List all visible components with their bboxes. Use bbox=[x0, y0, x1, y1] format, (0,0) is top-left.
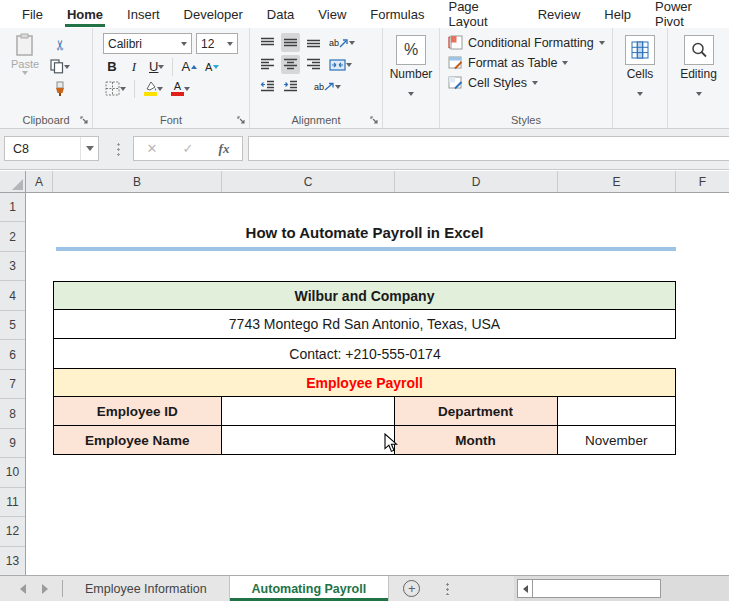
company-contact-cell[interactable]: Contact: +210-555-0174 bbox=[53, 339, 676, 368]
group-number[interactable]: % Number bbox=[383, 28, 440, 128]
align-left-button[interactable] bbox=[258, 55, 277, 74]
employee-id-label-cell[interactable]: Employee ID bbox=[54, 397, 222, 425]
copy-dropdown-icon bbox=[64, 65, 70, 69]
format-as-table-button[interactable]: Format as Table bbox=[448, 55, 612, 70]
group-styles: Conditional Formatting Format as Table bbox=[440, 28, 613, 128]
department-label-cell[interactable]: Department bbox=[395, 397, 558, 425]
align-center-button[interactable] bbox=[281, 55, 300, 74]
align-right-button[interactable] bbox=[304, 55, 323, 74]
row-header-4[interactable]: 4 bbox=[0, 281, 25, 310]
increase-font-button[interactable]: A bbox=[179, 57, 199, 76]
row-header-9[interactable]: 9 bbox=[0, 429, 25, 458]
scroll-left-button[interactable] bbox=[517, 579, 533, 598]
row-header-11[interactable]: 11 bbox=[0, 488, 25, 517]
wrap-text-button[interactable]: ab bbox=[312, 77, 343, 96]
fill-color-button[interactable] bbox=[141, 79, 165, 98]
font-name-combo[interactable]: Calibri bbox=[103, 33, 192, 54]
decrease-font-button[interactable]: A bbox=[203, 57, 221, 76]
company-name-cell[interactable]: Wilbur and Company bbox=[53, 281, 676, 310]
tab-review[interactable]: Review bbox=[526, 0, 593, 28]
row-header-7[interactable]: 7 bbox=[0, 370, 25, 399]
employee-name-value-cell[interactable] bbox=[222, 426, 395, 454]
align-top-button[interactable] bbox=[258, 33, 277, 52]
cut-button[interactable]: ✂ bbox=[48, 35, 72, 54]
format-painter-button[interactable] bbox=[48, 79, 72, 98]
paste-button[interactable]: Paste bbox=[6, 33, 44, 98]
name-box-dropdown[interactable] bbox=[80, 137, 98, 160]
merge-center-button[interactable] bbox=[327, 55, 354, 74]
department-value-cell[interactable] bbox=[558, 397, 677, 425]
underline-button[interactable]: U bbox=[147, 57, 166, 76]
employee-name-label-cell[interactable]: Employee Name bbox=[54, 426, 222, 454]
prev-sheet-icon[interactable] bbox=[20, 584, 26, 594]
row-header-8[interactable]: 8 bbox=[0, 399, 25, 428]
column-header-d[interactable]: D bbox=[395, 171, 558, 192]
select-all-button[interactable] bbox=[0, 171, 26, 192]
increase-indent-button[interactable] bbox=[281, 77, 300, 96]
column-header-f[interactable]: F bbox=[676, 171, 729, 192]
column-header-c[interactable]: C bbox=[222, 171, 395, 192]
italic-button[interactable]: I bbox=[125, 57, 143, 76]
tab-bar-grip[interactable] bbox=[446, 582, 449, 595]
tab-page-layout[interactable]: Page Layout bbox=[436, 0, 525, 28]
align-middle-button[interactable] bbox=[281, 33, 300, 52]
copy-button[interactable] bbox=[48, 57, 72, 76]
tab-home[interactable]: Home bbox=[55, 0, 115, 28]
font-dialog-launcher[interactable] bbox=[237, 116, 246, 125]
tab-help[interactable]: Help bbox=[592, 0, 643, 28]
clipboard-dialog-launcher[interactable] bbox=[80, 116, 89, 125]
employee-payroll-header-cell[interactable]: Employee Payroll bbox=[53, 368, 676, 397]
formula-bar-grip[interactable] bbox=[117, 142, 120, 156]
align-bottom-button[interactable] bbox=[304, 33, 323, 52]
cancel-button[interactable]: ✕ bbox=[147, 141, 158, 156]
tab-file[interactable]: File bbox=[10, 0, 55, 28]
month-label-cell[interactable]: Month bbox=[395, 426, 558, 454]
scrollbar-thumb[interactable] bbox=[533, 579, 661, 598]
number-format-icon: % bbox=[396, 35, 426, 65]
name-box[interactable]: C8 bbox=[4, 136, 99, 161]
increase-indent-icon bbox=[283, 80, 298, 93]
tab-formulas[interactable]: Formulas bbox=[358, 0, 436, 28]
row-header-3[interactable]: 3 bbox=[0, 252, 25, 281]
tab-power-pivot[interactable]: Power Pivot bbox=[643, 0, 729, 28]
row-header-12[interactable]: 12 bbox=[0, 517, 25, 546]
row-header-13[interactable]: 13 bbox=[0, 547, 25, 575]
tab-data[interactable]: Data bbox=[255, 0, 306, 28]
sheet-tab-employee-information[interactable]: Employee Information bbox=[63, 576, 230, 601]
alignment-dialog-launcher[interactable] bbox=[370, 116, 379, 125]
tab-developer[interactable]: Developer bbox=[172, 0, 255, 28]
month-value-cell[interactable]: November bbox=[558, 426, 677, 454]
conditional-formatting-button[interactable]: Conditional Formatting bbox=[448, 35, 612, 50]
borders-button[interactable] bbox=[103, 79, 128, 98]
group-editing[interactable]: Editing bbox=[668, 28, 729, 128]
column-headers: A B C D E F bbox=[0, 171, 729, 193]
cell-area[interactable]: How to Automate Payroll in Excel Wilbur … bbox=[27, 193, 729, 575]
enter-button[interactable]: ✓ bbox=[183, 141, 194, 156]
next-sheet-icon[interactable] bbox=[42, 584, 48, 594]
column-header-e[interactable]: E bbox=[558, 171, 676, 192]
decrease-indent-button[interactable] bbox=[258, 77, 277, 96]
orientation-button[interactable]: ab bbox=[327, 33, 357, 52]
new-sheet-button[interactable]: + bbox=[403, 580, 420, 597]
row-header-1[interactable]: 1 bbox=[0, 193, 25, 222]
cell-styles-button[interactable]: Cell Styles bbox=[448, 75, 612, 90]
column-header-b[interactable]: B bbox=[53, 171, 222, 192]
insert-function-button[interactable]: fx bbox=[219, 141, 230, 157]
group-cells[interactable]: Cells bbox=[613, 28, 668, 128]
bold-button[interactable]: B bbox=[103, 57, 121, 76]
column-header-a[interactable]: A bbox=[26, 171, 53, 192]
row-header-2[interactable]: 2 bbox=[0, 222, 25, 251]
sheet-tab-automating-payroll[interactable]: Automating Payroll bbox=[230, 576, 390, 601]
row-header-10[interactable]: 10 bbox=[0, 458, 25, 487]
formula-input[interactable] bbox=[248, 136, 729, 161]
underline-dropdown-icon bbox=[158, 65, 164, 69]
row-header-5[interactable]: 5 bbox=[0, 311, 25, 340]
align-middle-icon bbox=[283, 37, 298, 49]
tab-insert[interactable]: Insert bbox=[115, 0, 172, 28]
row-header-6[interactable]: 6 bbox=[0, 340, 25, 369]
company-address-cell[interactable]: 7743 Montego Rd San Antonio, Texas, USA bbox=[53, 310, 676, 339]
font-size-combo[interactable]: 12 bbox=[196, 33, 238, 54]
employee-id-value-cell[interactable] bbox=[222, 397, 395, 425]
font-color-button[interactable]: A bbox=[169, 79, 192, 98]
tab-view[interactable]: View bbox=[306, 0, 358, 28]
